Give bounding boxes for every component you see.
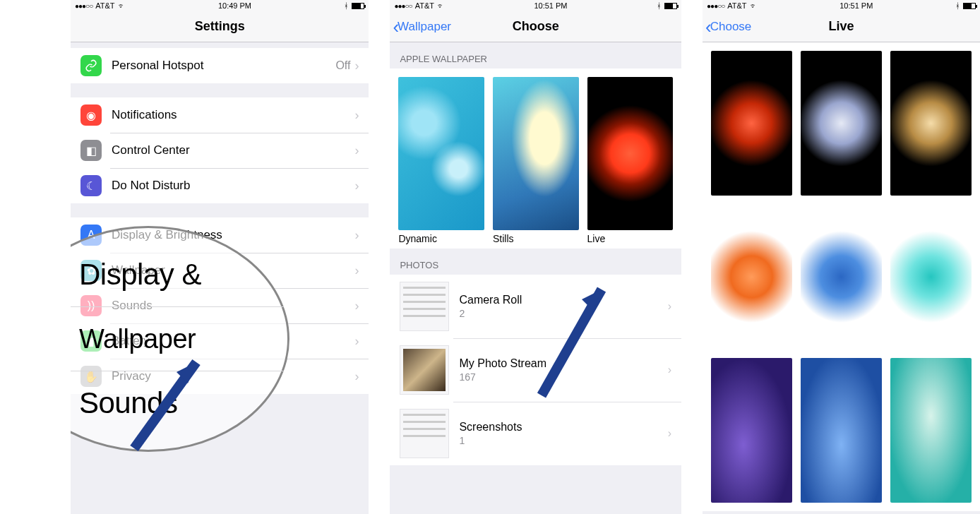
sounds-icon: )) — [80, 295, 102, 316]
row-label: Personal Hotspot — [112, 59, 335, 73]
album-title: Screenshots — [459, 421, 522, 434]
live-wallpaper-tile[interactable] — [711, 358, 792, 503]
back-button[interactable]: ‹ Choose — [705, 18, 751, 36]
row-label: Do Not Disturb — [112, 179, 354, 193]
wifi-icon: ᯤ — [750, 1, 758, 10]
clock: 10:51 PM — [839, 1, 873, 10]
battery-row-icon: ▮ — [80, 330, 102, 352]
live-wallpaper-tile[interactable] — [801, 51, 882, 196]
album-count: 1 — [459, 435, 522, 446]
chevron-right-icon: › — [354, 299, 359, 313]
wifi-icon: ᯤ — [118, 1, 126, 10]
chevron-right-icon: › — [668, 427, 671, 440]
row-label: Battery — [112, 334, 354, 348]
album-thumbnail — [400, 282, 449, 331]
signal-dots: ●●●○○ — [75, 2, 92, 10]
album-thumbnail — [400, 345, 449, 395]
dynamic-thumbnail — [398, 77, 484, 230]
clock: 10:49 PM — [218, 1, 251, 10]
chevron-right-icon: › — [354, 228, 359, 243]
live-wallpapers-screen: ●●●○○ AT&T ᯤ 10:51 PM ᚼ ‹ Choose Live — [703, 0, 980, 514]
chevron-right-icon: › — [354, 334, 359, 349]
row-sounds[interactable]: )) Sounds › — [71, 288, 369, 323]
nav-bar: ‹ Choose Live — [703, 11, 980, 42]
chevron-right-icon: › — [668, 300, 671, 313]
carrier-label: AT&T — [727, 1, 746, 10]
row-notifications[interactable]: ◉ Notifications › — [71, 97, 369, 133]
signal-dots: ●●●○○ — [707, 2, 724, 10]
live-thumbnail — [587, 77, 674, 230]
bluetooth-icon: ᚼ — [344, 1, 349, 10]
moon-icon: ☾ — [80, 175, 102, 196]
row-personal-hotspot[interactable]: Personal Hotspot Off › — [71, 48, 369, 83]
row-control-center[interactable]: ◧ Control Center › — [71, 133, 369, 168]
status-bar: ●●●○○ AT&T ᯤ 10:51 PM ᚼ — [390, 0, 681, 11]
row-label: Privacy — [112, 369, 354, 383]
chevron-right-icon: › — [354, 179, 359, 193]
toggle-icon: ◧ — [80, 140, 102, 161]
bluetooth-icon: ᚼ — [657, 1, 662, 10]
row-camera-roll[interactable]: Camera Roll 2 › — [390, 275, 681, 338]
row-do-not-disturb[interactable]: ☾ Do Not Disturb › — [71, 168, 369, 203]
thumb-live[interactable]: Live — [587, 77, 674, 244]
album-title: My Photo Stream — [459, 357, 546, 370]
live-wallpaper-tile[interactable] — [711, 204, 792, 349]
row-battery[interactable]: ▮ Battery › — [71, 323, 369, 359]
row-display[interactable]: A Display & Brightness › — [71, 217, 369, 253]
chevron-right-icon: › — [354, 263, 359, 278]
page-title: Live — [829, 19, 854, 34]
thumb-label: Live — [587, 230, 674, 244]
live-wallpaper-tile[interactable] — [890, 51, 972, 196]
row-label: Sounds — [112, 299, 354, 313]
row-value: Off — [335, 59, 354, 72]
back-button[interactable]: ‹ Wallpaper — [393, 18, 451, 36]
page-title: Settings — [195, 19, 245, 34]
clock: 10:51 PM — [534, 1, 567, 10]
chevron-right-icon: › — [354, 108, 359, 123]
live-wallpaper-tile[interactable] — [711, 51, 792, 196]
carrier-label: AT&T — [415, 1, 434, 10]
wallpaper-icon: ✿ — [80, 260, 102, 281]
thumb-label: Dynamic — [398, 230, 484, 244]
thumb-stills[interactable]: Stills — [493, 77, 579, 244]
album-count: 2 — [459, 308, 522, 319]
bluetooth-icon: ᚼ — [955, 1, 960, 10]
status-bar: ●●●○○ AT&T ᯤ 10:49 PM ᚼ — [71, 0, 369, 11]
live-wallpaper-tile[interactable] — [890, 358, 972, 503]
row-label: Control Center — [112, 143, 354, 157]
display-icon: A — [80, 225, 102, 246]
nav-bar: Settings — [71, 11, 369, 42]
thumb-label: Stills — [493, 230, 579, 244]
section-header: APPLE WALLPAPER — [390, 42, 681, 68]
carrier-label: AT&T — [95, 1, 114, 10]
battery-icon — [664, 3, 677, 9]
choose-wallpaper-screen: ●●●○○ AT&T ᯤ 10:51 PM ᚼ ‹ Wallpaper Choo… — [390, 0, 681, 514]
stills-thumbnail — [493, 77, 579, 230]
notification-icon: ◉ — [80, 104, 102, 126]
album-title: Camera Roll — [459, 294, 522, 306]
live-wallpaper-tile[interactable] — [801, 204, 882, 349]
nav-bar: ‹ Wallpaper Choose — [390, 11, 681, 42]
chevron-right-icon: › — [354, 143, 359, 158]
hand-icon: ✋ — [80, 366, 102, 387]
row-privacy[interactable]: ✋ Privacy › — [71, 359, 369, 394]
thumb-dynamic[interactable]: Dynamic — [398, 77, 484, 244]
row-screenshots[interactable]: Screenshots 1 › — [390, 402, 681, 465]
link-icon — [80, 55, 102, 76]
wifi-icon: ᯤ — [437, 1, 445, 10]
battery-icon — [963, 3, 976, 9]
live-wallpaper-tile[interactable] — [801, 358, 882, 503]
settings-screen: ●●●○○ AT&T ᯤ 10:49 PM ᚼ Settings Persona… — [71, 0, 369, 514]
wallpaper-grid — [703, 42, 980, 511]
battery-icon — [352, 3, 364, 9]
status-bar: ●●●○○ AT&T ᯤ 10:51 PM ᚼ — [703, 0, 980, 11]
row-wallpaper[interactable]: ✿ Wallpaper › — [71, 253, 369, 288]
row-label: Notifications — [112, 108, 354, 122]
row-label: Display & Brightness — [112, 228, 354, 242]
live-wallpaper-tile[interactable] — [890, 204, 972, 349]
album-count: 167 — [459, 371, 546, 383]
row-photo-stream[interactable]: My Photo Stream 167 › — [390, 338, 681, 402]
back-label: Wallpaper — [398, 20, 451, 34]
album-thumbnail — [400, 409, 449, 458]
chevron-right-icon: › — [354, 369, 359, 384]
